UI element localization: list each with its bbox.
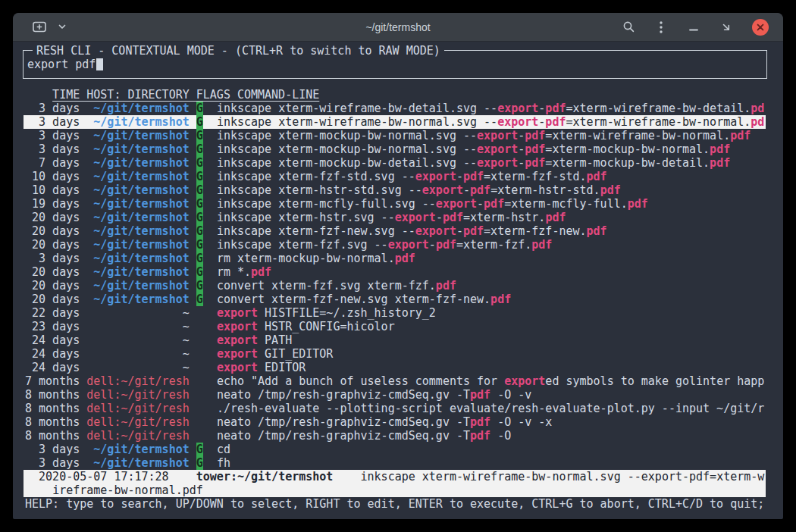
- status-command: inkscape xterm-wireframe-bw-normal.svg -…: [361, 470, 765, 483]
- row-git-flag: G: [196, 142, 203, 156]
- match-highlight: pdf: [525, 129, 545, 142]
- match-highlight: pdf: [395, 252, 415, 265]
- history-row[interactable]: 3 days ~/git/termshot G fh: [24, 456, 766, 470]
- history-row[interactable]: 8 months dell:~/git/resh neato /tmp/resh…: [24, 429, 766, 443]
- search-button[interactable]: [622, 20, 635, 35]
- match-highlight: pdf: [470, 415, 490, 429]
- history-row[interactable]: 3 days ~/git/termshot G rm xterm-mockup-…: [24, 252, 766, 265]
- terminal-content: RESH CLI - CONTEXTUAL MODE - (CTRL+R to …: [13, 42, 783, 519]
- row-host-dir: ~: [86, 306, 189, 320]
- history-row[interactable]: 10 days ~/git/termshot G inkscape xterm-…: [24, 170, 766, 183]
- match-highlight: export: [415, 224, 456, 238]
- row-command: inkscape xterm-hstr.svg --export-pdf=xte…: [217, 211, 566, 224]
- tab-list-button[interactable]: [55, 20, 69, 35]
- row-command: rm xterm-mockup-bw-normal.pdf: [217, 252, 415, 265]
- status-line-2: ireframe-bw-normal.pdf: [25, 483, 766, 497]
- table-header: TIME HOST: DIRECTORY FLAGS COMMAND-LINE: [25, 88, 783, 102]
- row-time: 24 days: [25, 347, 80, 361]
- titlebar: ~/git/termshot: [13, 13, 783, 42]
- row-time: 3 days: [25, 456, 80, 470]
- row-git-flag: G: [196, 115, 203, 129]
- history-list: 3 days ~/git/termshot G inkscape xterm-w…: [25, 102, 783, 470]
- row-host-dir: dell:~/git/resh: [86, 374, 189, 388]
- match-highlight: pdf: [463, 224, 484, 238]
- row-git-flag: G: [196, 224, 203, 238]
- match-highlight: pdf: [628, 197, 648, 211]
- row-time: 8 months: [25, 415, 80, 429]
- row-time: 3 days: [25, 115, 80, 129]
- row-command: cd: [217, 443, 230, 456]
- history-row[interactable]: 24 days ~ export GIT_EDITOR: [24, 347, 766, 361]
- row-host-dir: dell:~/git/resh: [86, 415, 189, 429]
- match-highlight: export: [217, 333, 258, 347]
- history-row[interactable]: 20 days ~/git/termshot G inkscape xterm-…: [24, 224, 766, 238]
- history-row[interactable]: 3 days ~/git/termshot G inkscape xterm-w…: [24, 115, 766, 129]
- row-host-dir: dell:~/git/resh: [86, 429, 189, 443]
- status-command: ireframe-bw-normal.pdf: [52, 483, 203, 497]
- row-time: 20 days: [25, 224, 80, 238]
- history-row[interactable]: 24 days ~ export PATH: [24, 333, 766, 347]
- history-row[interactable]: 19 days ~/git/termshot G inkscape xterm-…: [24, 197, 766, 211]
- match-highlight: pdf: [730, 129, 751, 142]
- match-highlight: pdf: [710, 142, 730, 156]
- match-highlight: pdf: [531, 238, 552, 252]
- row-time: 19 days: [25, 197, 80, 211]
- history-row[interactable]: 20 days ~/git/termshot G convert xterm-f…: [24, 293, 766, 306]
- row-host-dir: ~: [86, 333, 189, 347]
- history-row[interactable]: 7 months dell:~/git/resh echo "Add a bun…: [24, 374, 766, 388]
- history-row[interactable]: 22 days ~ export HISTFILE=~/.zsh_history…: [24, 306, 766, 320]
- row-host-dir: ~/git/termshot: [86, 156, 189, 170]
- history-row[interactable]: 20 days ~/git/termshot G convert xterm-f…: [24, 279, 766, 293]
- match-highlight: export: [504, 374, 545, 388]
- search-icon: [622, 20, 635, 33]
- minimize-button[interactable]: [687, 20, 700, 35]
- restore-button[interactable]: [719, 20, 733, 35]
- history-row[interactable]: 3 days ~/git/termshot G inkscape xterm-m…: [24, 129, 766, 142]
- row-command: neato /tmp/resh-graphviz-cmdSeq.gv -Tpdf…: [217, 429, 511, 443]
- row-command: inkscape xterm-wireframe-bw-normal.svg -…: [217, 115, 764, 129]
- row-host-dir: ~/git/termshot: [86, 224, 189, 238]
- row-host-dir: ~/git/termshot: [86, 238, 189, 252]
- history-row[interactable]: 10 days ~/git/termshot G inkscape xterm-…: [24, 183, 766, 197]
- search-box-title: RESH CLI - CONTEXTUAL MODE - (CTRL+R to …: [33, 44, 444, 58]
- new-tab-button[interactable]: [33, 20, 46, 35]
- row-command: convert xterm-fzf.svg xterm-fzf.pdf: [217, 279, 456, 293]
- match-highlight: pd: [751, 115, 764, 129]
- history-row[interactable]: 7 days ~/git/termshot G inkscape xterm-m…: [24, 156, 766, 170]
- history-row[interactable]: 3 days ~/git/termshot G inkscape xterm-m…: [24, 142, 766, 156]
- history-row[interactable]: 23 days ~ export HSTR_CONFIG=hicolor: [24, 320, 766, 333]
- menu-button[interactable]: [654, 20, 668, 35]
- match-highlight: export: [217, 361, 258, 374]
- row-time: 22 days: [25, 306, 80, 320]
- row-command: convert xterm-fzf-new.svg xterm-fzf-new.…: [217, 293, 511, 306]
- row-git-flag: G: [196, 156, 203, 170]
- restore-icon: [721, 22, 732, 33]
- history-row[interactable]: 8 months dell:~/git/resh ./resh-evaluate…: [24, 402, 766, 415]
- close-button[interactable]: [752, 19, 769, 36]
- row-time: 24 days: [25, 361, 80, 374]
- history-row[interactable]: 20 days ~/git/termshot G inkscape xterm-…: [24, 211, 766, 224]
- match-highlight: export: [497, 115, 538, 129]
- row-time: 20 days: [25, 279, 80, 293]
- row-time: 3 days: [25, 129, 80, 142]
- history-row[interactable]: 3 days ~/git/termshot G cd: [24, 443, 766, 456]
- row-command: ./resh-evaluate --plotting-script evalua…: [217, 402, 764, 415]
- match-highlight: pdf: [525, 142, 545, 156]
- match-highlight: export: [395, 211, 436, 224]
- history-row[interactable]: 20 days ~/git/termshot G rm *.pdf: [24, 265, 766, 279]
- search-input[interactable]: export pdf: [27, 58, 96, 71]
- history-row[interactable]: 20 days ~/git/termshot G inkscape xterm-…: [24, 238, 766, 252]
- history-row[interactable]: 24 days ~ export EDITOR: [24, 361, 766, 374]
- history-row[interactable]: 3 days ~/git/termshot G inkscape xterm-w…: [24, 102, 766, 115]
- row-git-flag: G: [196, 211, 203, 224]
- history-row[interactable]: 8 months dell:~/git/resh neato /tmp/resh…: [24, 415, 766, 429]
- history-row[interactable]: 8 months dell:~/git/resh neato /tmp/resh…: [24, 388, 766, 402]
- row-git-flag: G: [196, 170, 203, 183]
- search-box[interactable]: RESH CLI - CONTEXTUAL MODE - (CTRL+R to …: [23, 50, 767, 79]
- row-command: inkscape xterm-mockup-bw-detail.svg --ex…: [217, 156, 730, 170]
- row-time: 20 days: [25, 211, 80, 224]
- status-line-1: 2020-05-07 17:17:28 tower:~/git/termshot…: [25, 470, 766, 483]
- match-highlight: export: [477, 129, 518, 142]
- row-git-flag: G: [196, 102, 203, 115]
- match-highlight: pdf: [463, 170, 484, 183]
